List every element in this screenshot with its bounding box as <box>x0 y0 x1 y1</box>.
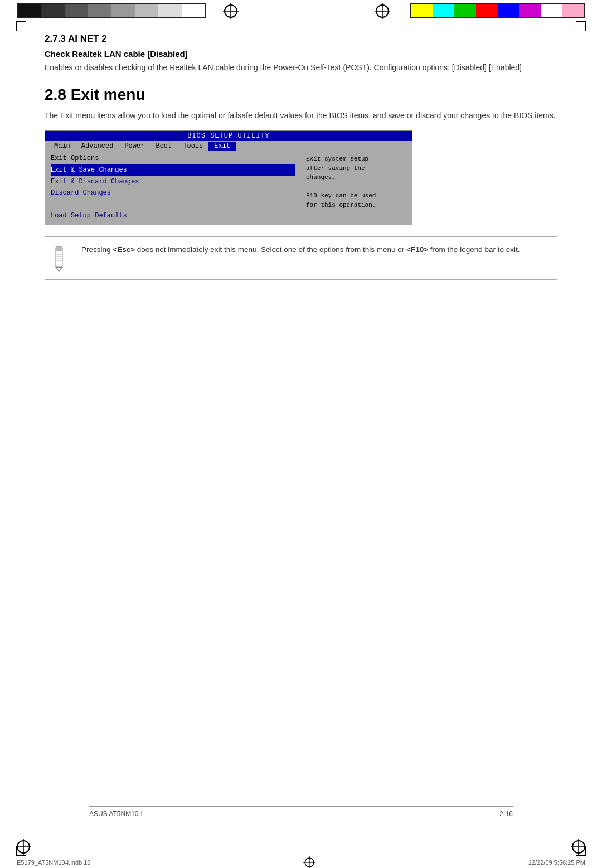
section-273-heading: 2.7.3 AI NET 2 <box>45 33 557 45</box>
bios-menu-exit[interactable]: Exit <box>208 142 236 151</box>
color-block-3 <box>65 4 88 17</box>
bios-help-text-6: for this operation. <box>306 202 376 208</box>
color-block-8 <box>182 4 205 17</box>
bios-discard-changes[interactable]: Discard Changes <box>51 187 295 198</box>
section-28-heading: 2.8 Exit menu <box>45 86 557 104</box>
footer-right: 2-16 <box>499 810 513 818</box>
bios-menu-main[interactable]: Main <box>48 142 76 151</box>
bios-exit-options-label: Exit Options <box>51 154 295 162</box>
pencil-icon <box>48 246 69 273</box>
right-color-blocks <box>410 3 585 18</box>
color-block-5 <box>111 4 135 17</box>
registration-mark-bottom-right <box>571 839 586 855</box>
section-273-description: Enables or disables checking of the Real… <box>45 62 557 74</box>
color-block-4 <box>88 4 111 17</box>
bios-right-help-panel: Exit system setup after saving the chang… <box>300 151 412 225</box>
registration-mark-right <box>375 3 390 19</box>
bios-menu-power[interactable]: Power <box>119 142 150 151</box>
left-color-blocks <box>17 3 206 18</box>
bios-left-panel: Exit Options Exit & Save Changes Exit & … <box>45 151 300 225</box>
bios-title-bar: BIOS SETUP UTILITY <box>45 131 412 141</box>
bios-menu-boot[interactable]: Boot <box>150 142 177 151</box>
bios-menu-bar: Main Advanced Power Boot Tools Exit <box>45 141 412 151</box>
registration-mark-bottom-left <box>16 839 31 855</box>
esc-key-label: <Esc> <box>113 245 135 254</box>
svg-rect-13 <box>56 247 62 251</box>
color-block-7 <box>158 4 182 17</box>
page-content: 2.7.3 AI NET 2 Check Realtek LAN cable [… <box>45 33 557 835</box>
color-block-1 <box>18 4 41 17</box>
bottom-bar: E5179_AT5NM10-I.indb 16 12/22/09 5:56:25… <box>0 856 602 868</box>
bios-help-text-1: Exit system setup <box>306 156 368 162</box>
color-block-6 <box>135 4 158 17</box>
color-pink <box>562 4 584 17</box>
bios-help-text-3: changes. <box>306 174 336 181</box>
color-white <box>541 4 563 17</box>
bios-spacer <box>51 199 295 210</box>
registration-mark-left <box>223 3 239 19</box>
f10-key-label: <F10> <box>406 245 428 254</box>
section-28: 2.8 Exit menu The Exit menu items allow … <box>45 86 557 122</box>
bottom-bar-right: 12/22/09 5:56:25 PM <box>528 859 585 866</box>
color-block-2 <box>41 4 65 17</box>
subsection-check-lan-heading: Check Realtek LAN cable [Disabled] <box>45 49 557 59</box>
color-magenta <box>519 4 541 17</box>
bios-body: Exit Options Exit & Save Changes Exit & … <box>45 151 412 225</box>
bottom-bar-left: E5179_AT5NM10-I.indb 16 <box>17 859 91 866</box>
note-icon-container <box>45 244 72 273</box>
bottom-registration-mark-center <box>303 856 315 869</box>
bios-load-setup-defaults[interactable]: Load Setup Defaults <box>51 210 295 221</box>
note-text: Pressing <Esc> does not immediately exit… <box>81 244 520 256</box>
svg-marker-19 <box>56 268 62 272</box>
bios-help-text-2: after saving the <box>306 165 365 172</box>
color-red <box>476 4 498 17</box>
corner-mark-tr <box>576 21 586 31</box>
section-28-description: The Exit menu items allow you to load th… <box>45 109 557 122</box>
bios-menu-tools[interactable]: Tools <box>177 142 208 151</box>
color-yellow <box>411 4 433 17</box>
section-273: 2.7.3 AI NET 2 Check Realtek LAN cable [… <box>45 33 557 74</box>
top-color-bar <box>0 0 602 21</box>
bios-exit-save-changes[interactable]: Exit & Save Changes <box>51 164 295 176</box>
page-footer: ASUS AT5NM10-I 2-16 <box>89 806 513 818</box>
bios-menu-advanced[interactable]: Advanced <box>76 142 119 151</box>
color-green <box>454 4 476 17</box>
bios-help-text-5: F10 key can be used <box>306 192 376 199</box>
note-box: Pressing <Esc> does not immediately exit… <box>45 236 557 280</box>
color-cyan <box>433 4 455 17</box>
color-blue <box>498 4 520 17</box>
footer-left: ASUS AT5NM10-I <box>89 810 143 818</box>
bios-exit-discard-changes[interactable]: Exit & Discard Changes <box>51 176 295 187</box>
corner-mark-tl <box>16 21 26 31</box>
bios-screenshot: BIOS SETUP UTILITY Main Advanced Power B… <box>45 130 412 225</box>
